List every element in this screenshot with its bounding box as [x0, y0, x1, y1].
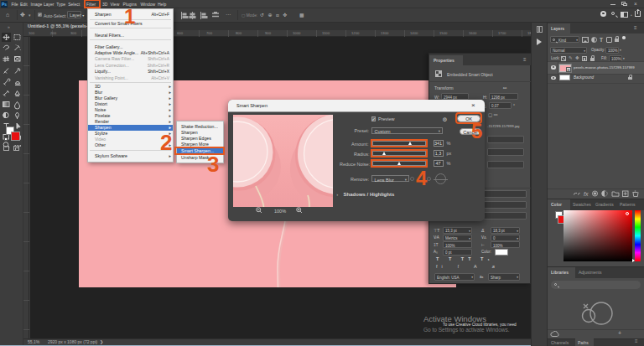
svg-text:fx: fx	[584, 191, 589, 197]
